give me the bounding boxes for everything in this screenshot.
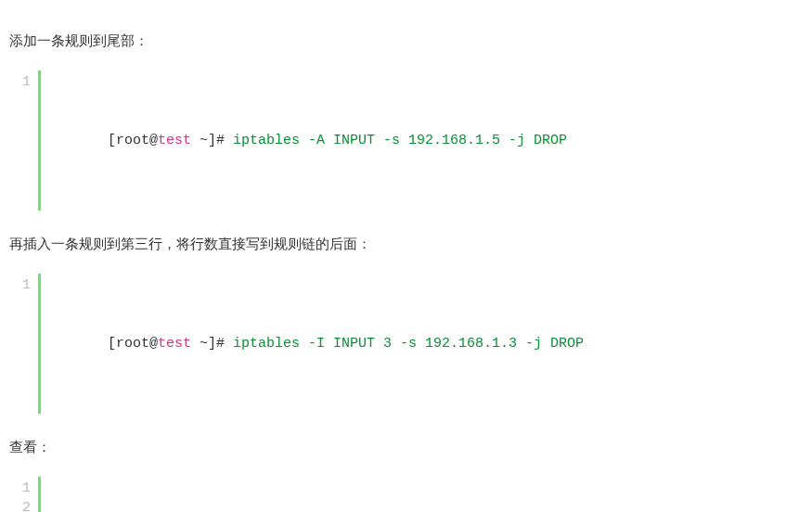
command-text: iptables -I INPUT 3 -s 192.168.1.3 -j DR… — [233, 336, 584, 352]
prompt-tail: ~]# — [191, 336, 233, 352]
paragraph-intro-view: 查看： — [9, 436, 803, 458]
code-content: [root@test ~]# iptables -I INPUT 3 -s 19… — [41, 274, 584, 414]
line-number: 2 — [13, 498, 31, 512]
prompt-open: [root@ — [108, 133, 158, 148]
line-number: 1 — [13, 479, 31, 498]
code-content: [root@test ~]# iptables -nL --line-numbe… — [41, 477, 509, 512]
command-text: iptables -A INPUT -s 192.168.1.5 -j DROP — [233, 133, 567, 148]
prompt-host: test — [158, 133, 191, 148]
code-content: [root@test ~]# iptables -A INPUT -s 192.… — [41, 70, 567, 211]
line-number: 1 — [13, 275, 31, 295]
paragraph-intro-append: 添加一条规则到尾部： — [9, 30, 803, 52]
line-number-gutter: 1 — [9, 70, 41, 211]
prompt-tail: ~]# — [191, 133, 233, 148]
prompt-host: test — [158, 336, 191, 352]
code-block-insert: 1 [root@test ~]# iptables -I INPUT 3 -s … — [9, 274, 803, 414]
code-block-list: 1 2 3 4 5 6 7 8 [root@test ~]# iptables … — [9, 477, 803, 512]
prompt-open: [root@ — [108, 336, 158, 352]
paragraph-intro-insert: 再插入一条规则到第三行，将行数直接写到规则链的后面： — [9, 233, 803, 255]
line-number-gutter: 1 — [9, 274, 41, 414]
code-block-append: 1 [root@test ~]# iptables -A INPUT -s 19… — [9, 70, 803, 211]
line-number-gutter: 1 2 3 4 5 6 7 8 — [9, 477, 41, 512]
line-number: 1 — [13, 72, 31, 92]
